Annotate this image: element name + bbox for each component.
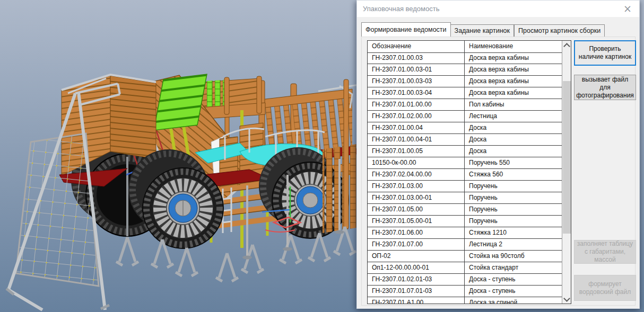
table-cell[interactable]: ГН-2307.01.00.03-01 bbox=[368, 64, 465, 75]
close-icon[interactable]: × bbox=[620, 2, 635, 15]
table-cell[interactable]: ГН-2307.01.05.00-01 bbox=[368, 216, 465, 227]
table-row[interactable]: ГН-2307.01.02.01-03Доска - ступень bbox=[368, 274, 562, 286]
table-cell[interactable]: ГН-2307.01.07.00 bbox=[368, 239, 465, 250]
table-cell[interactable]: Лестница bbox=[465, 111, 553, 122]
table-cell[interactable]: ГН-2307.01.02.01-03 bbox=[368, 274, 465, 285]
table-row[interactable]: ГН-2307.01.05.00Поручень bbox=[368, 204, 562, 216]
table-cell[interactable]: ГН-2307.01.07.01-03 bbox=[368, 286, 465, 297]
table-cell[interactable]: Доска bbox=[465, 134, 553, 145]
dialog-title: Упаковочная ведомость bbox=[363, 5, 439, 13]
table-cell[interactable]: Доска верха кабины bbox=[465, 64, 553, 75]
table-cell[interactable]: ОП-02 bbox=[368, 251, 465, 262]
table-row[interactable]: ГН-2307.01.05.00-01Поручень bbox=[368, 216, 562, 227]
table-cell[interactable]: ГН-2307.01.00.05 bbox=[368, 146, 465, 157]
table-cell[interactable]: Стяжка 1210 bbox=[465, 227, 553, 238]
table-cell[interactable]: ГН-2307.01.02.00.00 bbox=[368, 111, 465, 122]
table-cell[interactable]: ГН-2307.01.00.04-01 bbox=[368, 134, 465, 145]
table-row[interactable]: ГН-2307.01.03.00Поручень bbox=[368, 181, 562, 192]
table-row[interactable]: 10150-0к-00.00Поручень 550 bbox=[368, 157, 562, 169]
table-cell[interactable]: Доска - ступень bbox=[465, 274, 553, 285]
table-row[interactable]: ГН-2307.01.А1.00Доска за спиной bbox=[368, 297, 562, 304]
parts-table[interactable]: Обозначение Наименование ГН-2307.01.00.0… bbox=[367, 40, 571, 304]
table-cell[interactable]: Доска верха кабины bbox=[465, 52, 553, 64]
packing-list-dialog: Упаковочная ведомость × Формирование вед… bbox=[356, 0, 640, 309]
column-header-name[interactable]: Наименование bbox=[465, 41, 562, 52]
table-cell[interactable]: ГН-2307.01.03.00 bbox=[368, 181, 465, 192]
tab-list-formation[interactable]: Формирование ведомости bbox=[361, 22, 451, 37]
table-row[interactable]: ГН-2307.01.01.00.00Пол кабины bbox=[368, 99, 562, 111]
table-cell[interactable]: Оп1-12-00.00.00-01 bbox=[368, 262, 465, 273]
table-cell[interactable]: Доска bbox=[465, 122, 553, 133]
table-cell[interactable]: Пол кабины bbox=[465, 99, 553, 110]
table-row[interactable]: Оп1-12-00.00.00-01Стойка стандарт bbox=[368, 262, 562, 274]
table-row[interactable]: ГН-2307.01.03.00-01Поручень bbox=[368, 192, 562, 204]
table-cell[interactable]: Поручень bbox=[465, 216, 553, 227]
table-row[interactable]: ГН-2307.01.00.03-03Доска верха кабины bbox=[368, 76, 562, 87]
table-cell[interactable]: ГН-2307.02.04.00.00 bbox=[368, 169, 465, 180]
tab-strip: Формирование ведомости Задание картинок … bbox=[361, 24, 605, 37]
table-cell[interactable]: Доска - ступень bbox=[465, 286, 553, 297]
table-cell[interactable]: ГН-2307.01.00.04 bbox=[368, 122, 465, 133]
table-cell[interactable]: Доска верха кабины bbox=[465, 87, 553, 99]
table-row[interactable]: ГН-2307.01.00.03Доска верха кабины bbox=[368, 52, 562, 64]
table-cell[interactable]: Поручень bbox=[465, 204, 553, 215]
table-row[interactable]: ГН-2307.01.00.03-01Доска верха кабины bbox=[368, 64, 562, 76]
table-row[interactable]: ГН-2307.01.06.00Стяжка 1210 bbox=[368, 227, 562, 239]
table-cell[interactable]: ГН-2307.01.01.00.00 bbox=[368, 99, 465, 110]
table-cell[interactable]: Доска верха кабины bbox=[465, 76, 553, 87]
table-header-row: Обозначение Наименование bbox=[368, 41, 571, 53]
table-row[interactable]: ГН-2307.01.00.05Доска bbox=[368, 146, 562, 157]
fill-dimensions-button[interactable]: заполняет таблицу с габаритами, массой bbox=[574, 240, 636, 264]
table-cell[interactable]: Стойка на 90столб bbox=[465, 251, 553, 262]
table-row[interactable]: ОП-02Стойка на 90столб bbox=[368, 251, 562, 262]
column-header-designation[interactable]: Обозначение bbox=[368, 41, 465, 52]
vertical-scrollbar[interactable] bbox=[562, 41, 571, 304]
table-cell[interactable]: Доска за спиной bbox=[465, 297, 553, 304]
table-row[interactable]: ГН-2307.01.07.01-03Доска - ступень bbox=[368, 286, 562, 297]
table-cell[interactable]: Поручень bbox=[465, 181, 553, 192]
table-cell[interactable]: Поручень bbox=[465, 192, 553, 203]
table-cell[interactable]: Стяжка 560 bbox=[465, 169, 553, 180]
table-row[interactable]: ГН-2307.01.00.03-04Доска верха кабины bbox=[368, 87, 562, 99]
scrollbar-thumb[interactable] bbox=[563, 81, 571, 234]
tab-assembly-picture-view[interactable]: Просмотр картинок сборки bbox=[514, 24, 605, 37]
scroll-up-icon[interactable] bbox=[562, 41, 571, 50]
table-row[interactable]: ГН-2307.01.07.00Лестница 2 bbox=[368, 239, 562, 251]
table-cell[interactable]: ГН-2307.01.03.00-01 bbox=[368, 192, 465, 203]
table-cell[interactable]: 10150-0к-00.00 bbox=[368, 157, 465, 168]
dialog-titlebar[interactable]: Упаковочная ведомость × bbox=[357, 1, 639, 17]
table-row[interactable]: ГН-2307.02.04.00.00Стяжка 560 bbox=[368, 169, 562, 181]
tab-page: Обозначение Наименование ГН-2307.01.00.0… bbox=[361, 37, 636, 306]
table-cell[interactable]: Стойка стандарт bbox=[465, 262, 553, 273]
call-photo-file-button[interactable]: вызывает файл для фотографирования bbox=[574, 75, 636, 100]
table-cell[interactable]: ГН-2307.01.00.03-04 bbox=[368, 87, 465, 99]
check-pictures-button[interactable]: Проверить наличие картинок bbox=[574, 40, 636, 66]
table-cell[interactable]: ГН-2307.01.05.00 bbox=[368, 204, 465, 215]
table-cell[interactable]: ГН-2307.01.00.03 bbox=[368, 52, 465, 64]
scroll-down-icon[interactable] bbox=[562, 295, 571, 304]
table-cell[interactable]: Поручень 550 bbox=[465, 157, 553, 168]
make-word-file-button[interactable]: формирует вордовский файл bbox=[574, 275, 636, 301]
table-row[interactable]: ГН-2307.01.00.04-01Доска bbox=[368, 134, 562, 146]
table-cell[interactable]: ГН-2307.01.00.03-03 bbox=[368, 76, 465, 87]
table-body: ГН-2307.01.00.03Доска верха кабиныГН-230… bbox=[368, 52, 562, 304]
tab-picture-assignment[interactable]: Задание картинок bbox=[450, 24, 514, 37]
table-cell[interactable]: ГН-2307.01.А1.00 bbox=[368, 297, 465, 304]
table-cell[interactable]: ГН-2307.01.06.00 bbox=[368, 227, 465, 238]
table-row[interactable]: ГН-2307.01.02.00.00Лестница bbox=[368, 111, 562, 122]
table-cell[interactable]: Лестница 2 bbox=[465, 239, 553, 250]
table-cell[interactable]: Доска bbox=[465, 146, 553, 157]
table-row[interactable]: ГН-2307.01.00.04Доска bbox=[368, 122, 562, 134]
